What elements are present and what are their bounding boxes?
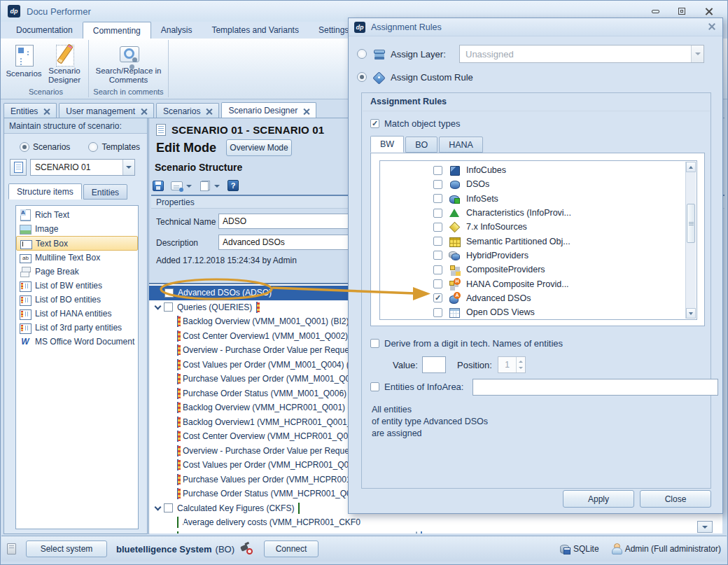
list-item[interactable]: List of HANA entities [16, 307, 138, 321]
minimize-button[interactable] [648, 6, 663, 17]
chevron-down-icon[interactable] [152, 301, 164, 313]
list-item[interactable]: List of BO entities [16, 293, 138, 307]
tree-checkbox[interactable] [164, 288, 174, 298]
chevron-down-icon[interactable] [152, 502, 164, 514]
help-button[interactable]: ? [227, 180, 239, 191]
comment-icon[interactable] [416, 531, 417, 533]
ribbon-tab[interactable]: Commenting [83, 22, 151, 39]
object-type-row[interactable]: 7.x InfoSources [380, 220, 696, 234]
scrollbar[interactable] [685, 162, 696, 319]
chevron-down-icon[interactable] [691, 46, 704, 62]
select-system-button[interactable]: Select system [26, 540, 107, 557]
scroll-down-icon[interactable] [686, 308, 696, 319]
list-item[interactable]: List of 3rd party entities [16, 321, 138, 335]
assignment-rules-group: Assignment Rules Match object types BWBO… [361, 92, 711, 489]
object-type-row[interactable]: HybridProviders [380, 249, 696, 263]
connect-button[interactable]: Connect [264, 540, 318, 557]
object-type-checkbox[interactable] [433, 237, 442, 246]
object-type-row[interactable]: Semantic Partitioned Obj... [380, 234, 696, 248]
object-type-checkbox[interactable] [433, 166, 442, 175]
tab-entities[interactable]: Entities [83, 184, 127, 200]
scenarios-radio[interactable] [20, 142, 29, 152]
scrollbar-thumb[interactable] [687, 204, 695, 243]
spin-down-icon[interactable] [519, 367, 523, 369]
chevron-down-icon[interactable] [122, 160, 134, 175]
overview-mode-button[interactable]: Overview Mode [226, 139, 292, 156]
list-item[interactable]: Rich Text [16, 208, 138, 222]
object-type-row[interactable]: DSOs [380, 177, 696, 191]
object-type-row[interactable]: InfoCubes [380, 163, 696, 177]
object-type-tab[interactable]: BO [405, 137, 438, 153]
infoarea-checkbox[interactable] [370, 382, 379, 391]
object-type-row[interactable]: InfoSets [380, 192, 696, 206]
list-item[interactable]: Text Box [16, 236, 138, 251]
scenario-designer-button[interactable]: Scenario Designer [44, 42, 85, 85]
document-tab[interactable]: User management [59, 103, 154, 118]
object-type-row[interactable]: CompositeProviders [380, 263, 696, 277]
document-tab[interactable]: Entities [4, 103, 57, 118]
assign-layer-radio[interactable] [357, 49, 367, 59]
chevron-down-icon[interactable] [214, 185, 220, 188]
close-tab-icon[interactable] [206, 108, 212, 114]
tab-structure-items[interactable]: Structure items [8, 183, 82, 200]
infoarea-field[interactable] [472, 379, 718, 396]
match-object-types-checkbox[interactable] [370, 119, 379, 128]
chevron-down-icon[interactable] [186, 185, 192, 188]
scenario-doc-icon[interactable] [10, 159, 27, 176]
assign-custom-rule-radio[interactable] [357, 72, 367, 82]
list-item[interactable]: Page Break [16, 265, 138, 279]
document-tab[interactable]: Scenario Designer [221, 102, 316, 118]
value-field[interactable] [422, 356, 446, 373]
ribbon-tab[interactable]: Templates and Variants [202, 22, 309, 39]
object-type-row[interactable]: HANA Composite Provid... [380, 277, 696, 291]
ribbon-tab[interactable]: Documentation [6, 22, 83, 39]
document-icon[interactable] [421, 531, 422, 533]
copy-document-button[interactable] [200, 181, 211, 191]
layer-select[interactable]: Unassigned [459, 45, 704, 63]
close-tab-icon[interactable] [43, 108, 50, 114]
dialog-close-button[interactable] [706, 22, 717, 32]
object-type-checkbox[interactable] [433, 223, 442, 232]
object-type-checkbox[interactable] [433, 279, 442, 288]
object-type-checkbox[interactable] [433, 251, 442, 260]
spin-up-icon[interactable] [519, 361, 523, 363]
restore-button[interactable] [674, 6, 690, 17]
templates-radio[interactable] [88, 142, 98, 152]
object-type-tab[interactable]: BW [370, 136, 404, 153]
comment-button[interactable] [171, 181, 183, 190]
tree-item[interactable]: Sum Purchase Order Value (VMM_HCPR001_CK… [149, 530, 722, 534]
object-type-checkbox[interactable] [433, 180, 442, 189]
derive-digit-checkbox[interactable] [370, 339, 379, 348]
scenario-select[interactable]: SCENARIO 01 [30, 159, 135, 176]
ribbon-tab[interactable]: Analysis [151, 22, 202, 39]
search-replace-button[interactable]: Search/Replace in Comments [92, 42, 165, 85]
chevron-down-icon[interactable] [697, 521, 713, 533]
save-button[interactable] [153, 181, 164, 191]
document-tab[interactable]: Scenarios [156, 103, 219, 118]
close-button[interactable] [701, 6, 716, 17]
object-type-row[interactable]: Open ODS Views [380, 305, 696, 319]
scenarios-button[interactable]: Scenarios [4, 42, 44, 85]
close-dialog-button[interactable]: Close [640, 490, 711, 508]
object-type-checkbox[interactable] [433, 308, 442, 317]
object-type-checkbox[interactable] [433, 293, 442, 302]
close-tab-icon[interactable] [141, 108, 147, 114]
object-type-checkbox[interactable] [433, 265, 442, 274]
object-type-checkbox[interactable] [433, 194, 442, 203]
object-type-checkbox[interactable] [433, 209, 442, 218]
list-item[interactable]: MS Office Word Document [16, 335, 138, 349]
object-type-row[interactable]: Characteristics (InfoProvi... [380, 206, 696, 220]
position-stepper[interactable]: 1 [498, 356, 526, 373]
tree-checkbox[interactable] [164, 302, 173, 312]
object-type-row[interactable]: Advanced DSOs [380, 291, 696, 305]
list-item[interactable]: List of BW entities [16, 279, 138, 293]
list-item[interactable]: Multiline Text Box [16, 251, 138, 265]
apply-button[interactable]: Apply [563, 490, 634, 508]
close-tab-icon[interactable] [303, 108, 309, 114]
tree-item-label: Purchase Values per Order (VMM_M001_Q005 [183, 374, 360, 384]
list-item[interactable]: Image [16, 222, 138, 236]
tree-item[interactable]: Average delivery costs (VMM_HCPR001_CKF0 [149, 515, 722, 530]
scroll-up-icon[interactable] [686, 162, 696, 172]
object-type-tab[interactable]: HANA [439, 137, 483, 153]
tree-checkbox[interactable] [164, 503, 173, 512]
